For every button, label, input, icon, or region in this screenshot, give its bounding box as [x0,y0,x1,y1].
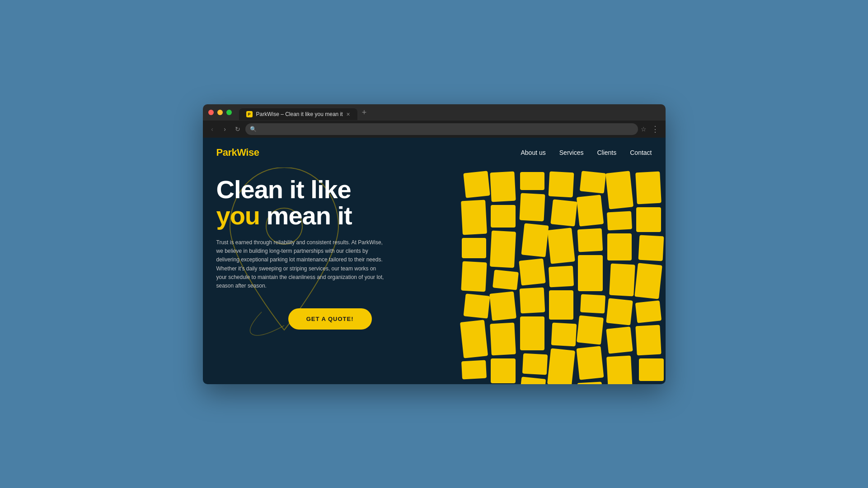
browser-chrome: P ParkWise – Clean it like you mean it ×… [203,104,666,138]
block-item [550,199,577,226]
blocks-column [520,172,544,380]
website-content: ParkWise About us Services Clients Conta… [203,138,666,384]
block-item [635,300,662,323]
browser-titlebar: P ParkWise – Clean it like you mean it ×… [203,104,666,121]
active-tab[interactable]: P ParkWise – Clean it like you mean it × [239,108,357,120]
block-item [606,298,633,325]
block-item [606,355,633,384]
block-item [635,171,662,204]
block-item [461,261,487,292]
blocks-column [607,172,632,380]
hero-section: Clean it like you mean it Trust is earne… [203,167,666,384]
hero-body-text: Trust is earned through reliability and … [216,238,388,290]
block-item [547,228,575,264]
traffic-light-maximize[interactable] [226,110,232,115]
block-item [547,348,575,384]
traffic-light-close[interactable] [208,110,214,115]
blocks-column [491,172,515,380]
site-logo[interactable]: ParkWise [216,147,259,158]
blocks-grid [457,167,666,384]
block-item [460,320,488,358]
block-item [580,171,606,193]
search-icon: 🔍 [250,126,257,132]
refresh-btn[interactable]: ↻ [233,124,243,134]
block-item [549,171,574,197]
block-item [461,360,487,379]
block-item [490,230,516,268]
block-item [461,200,487,235]
tab-bar: P ParkWise – Clean it like you mean it ×… [235,105,660,120]
block-item [551,322,577,346]
blocks-column [462,172,486,380]
block-item [520,316,544,350]
block-item [519,258,546,285]
block-item [491,205,515,228]
block-item [577,228,603,252]
block-item [463,293,490,318]
address-input[interactable] [259,126,633,132]
cta-button[interactable]: GET A QUOTE! [288,308,372,330]
hero-headline: Clean it like you mean it [216,177,444,230]
block-item [606,326,633,353]
block-item [639,358,663,381]
block-item [634,263,662,299]
block-item [520,172,544,190]
block-item [577,346,604,380]
hero-right-pattern [457,167,666,384]
blocks-column [549,172,573,380]
nav-services[interactable]: Services [559,149,584,156]
back-btn[interactable]: ‹ [207,124,217,134]
block-item [549,265,574,287]
new-tab-btn[interactable]: + [357,105,371,120]
block-item [462,238,486,258]
block-item [490,171,516,202]
block-item [491,358,515,383]
block-item [605,171,633,209]
block-item [577,315,604,344]
block-item [493,270,519,290]
block-item [607,233,632,260]
block-item [607,211,632,230]
block-item [490,322,516,355]
site-nav: ParkWise About us Services Clients Conta… [203,138,666,167]
block-item [578,255,602,291]
block-item [577,381,603,384]
block-item [489,291,516,321]
block-item [521,223,549,257]
block-item [522,353,548,375]
forward-btn[interactable]: › [220,124,230,134]
block-item [519,193,545,221]
block-item [518,376,546,384]
block-item [549,290,573,320]
browser-window: P ParkWise – Clean it like you mean it ×… [203,104,666,384]
traffic-light-minimize[interactable] [217,110,223,115]
hero-left: Clean it like you mean it Trust is earne… [203,167,457,384]
tab-favicon: P [246,111,253,117]
hero-headline-highlight: you [216,201,260,230]
bookmark-btn[interactable]: ☆ [641,125,647,133]
block-item [519,287,545,313]
hero-headline-line2: mean it [260,201,352,230]
blocks-column [636,172,661,380]
nav-links: About us Services Clients Contact [521,149,652,157]
browser-menu-btn[interactable]: ⋮ [649,124,661,134]
tab-title: ParkWise – Clean it like you mean it [256,111,343,117]
browser-toolbar: ‹ › ↻ 🔍 ☆ ⋮ [203,121,666,138]
nav-about[interactable]: About us [521,149,546,156]
blocks-column [578,172,602,380]
block-item [638,235,664,261]
block-item [609,263,635,296]
block-item [463,171,490,198]
hero-headline-line1: Clean it like [216,175,351,204]
address-bar[interactable]: 🔍 [245,123,638,135]
tab-close-btn[interactable]: × [347,111,350,117]
nav-clients[interactable]: Clients [597,149,616,156]
block-item [580,294,605,313]
block-item [636,207,661,232]
nav-contact[interactable]: Contact [630,149,652,156]
block-item [635,325,662,355]
block-item [577,195,604,226]
